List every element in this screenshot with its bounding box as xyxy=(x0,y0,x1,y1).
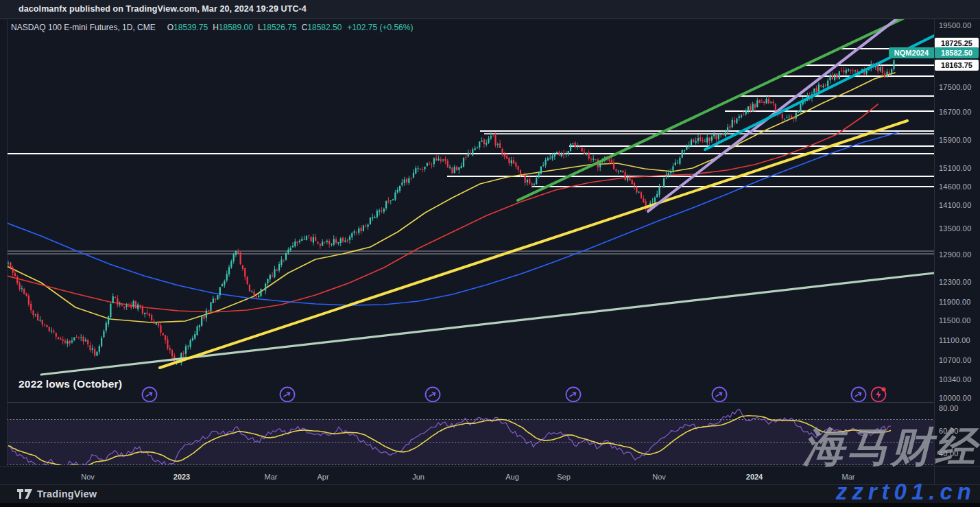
idea-marker-icon[interactable] xyxy=(280,388,295,402)
tick-label: 11500.00 xyxy=(939,316,971,325)
tick-label: 12300.00 xyxy=(939,278,971,286)
alert-lightning-icon[interactable] xyxy=(872,388,886,402)
pale-green-2022-lows-trend xyxy=(41,273,934,375)
idea-marker-icon[interactable] xyxy=(852,388,866,402)
ohlc-low-value: 18526.75 xyxy=(263,23,297,32)
contract-tag-nqm2024: NQM2024 xyxy=(889,47,934,58)
trendlines[interactable] xyxy=(41,7,934,375)
event-icons[interactable] xyxy=(143,388,886,402)
tick-label: 17500.00 xyxy=(939,83,971,91)
tick-label: 80.00 xyxy=(939,404,959,412)
ohlc-close-label: C xyxy=(302,23,308,32)
tick-label: 10700.00 xyxy=(939,356,971,364)
year-tick-label: 2024 xyxy=(746,473,763,481)
footer-bar xyxy=(0,484,980,504)
symbol-title: NASDAQ 100 E-mini Futures, 1D, CME xyxy=(11,23,156,32)
ohlc-close-value: 18582.50 xyxy=(307,23,342,32)
moving-averages xyxy=(7,73,898,322)
tick-label: 13500.00 xyxy=(939,224,971,233)
price-axis-border xyxy=(934,19,935,484)
idea-marker-icon[interactable] xyxy=(426,388,440,402)
tick-label: Mar xyxy=(265,473,278,481)
ohlc-open-label: O xyxy=(167,23,174,32)
bottom-strip xyxy=(0,503,980,507)
ohlc-low-label: L xyxy=(258,23,263,32)
tick-label: 12900.00 xyxy=(939,250,971,259)
thick-yellow-uptrend xyxy=(160,121,907,368)
tick-label: 15900.00 xyxy=(939,136,971,144)
tradingview-logo-icon xyxy=(17,489,32,499)
tick-label: 19500.00 xyxy=(939,21,971,30)
tick-label: Sep xyxy=(557,473,571,481)
tick-label: Nov xyxy=(81,473,95,481)
symbol-legend[interactable]: NASDAQ 100 E-mini Futures, 1D, CMEO18539… xyxy=(11,23,413,32)
idea-marker-icon[interactable] xyxy=(143,388,157,402)
ohlc-high-value: 18589.00 xyxy=(219,23,253,32)
rsi-pane[interactable] xyxy=(7,409,934,471)
green-channel-line xyxy=(518,11,919,200)
tick-label: 11900.00 xyxy=(939,298,971,306)
chart-annotation-2022-lows: 2022 lows (October) xyxy=(19,378,122,390)
tradingview-published-chart: dacolmanfx published on TradingView.com,… xyxy=(0,0,980,507)
year-tick-label: 2023 xyxy=(174,473,190,481)
tick-label: Jun xyxy=(412,473,425,481)
tradingview-logo[interactable]: TradingView xyxy=(17,488,97,499)
idea-marker-icon[interactable] xyxy=(566,388,581,402)
tick-label: Aug xyxy=(505,473,519,481)
tradingview-logo-text: TradingView xyxy=(37,488,97,499)
tick-label: 11100.00 xyxy=(939,336,970,344)
ohlc-high-label: H xyxy=(213,23,219,32)
watermark-url: zzrt01.cn xyxy=(836,479,976,505)
change-value: +102.75 (+0.56%) xyxy=(347,23,413,32)
tick-label: Apr xyxy=(317,473,328,481)
price-pane[interactable] xyxy=(7,7,934,375)
ohlc-open-value: 18539.75 xyxy=(174,23,208,32)
tick-label: 10000.00 xyxy=(939,394,971,402)
pane-separator[interactable] xyxy=(7,402,934,403)
watermark-cjk: 海马财经 xyxy=(803,420,979,475)
tick-label: 10340.00 xyxy=(939,375,971,384)
ma-slow-blue xyxy=(7,132,898,305)
ma-fast-yellow xyxy=(7,73,895,322)
pane-left-border xyxy=(7,19,8,466)
price-label-lower-level: 18163.75 xyxy=(935,60,979,71)
tick-label: 16700.00 xyxy=(939,108,971,116)
tick-label: Nov xyxy=(652,473,666,481)
tick-label: 14600.00 xyxy=(939,182,971,191)
candlestick-series xyxy=(8,52,898,366)
price-label-last: 18582.50 xyxy=(935,47,979,58)
tick-label: 15100.00 xyxy=(939,164,971,172)
idea-marker-icon[interactable] xyxy=(713,388,727,402)
tick-label: 14100.00 xyxy=(939,201,971,209)
